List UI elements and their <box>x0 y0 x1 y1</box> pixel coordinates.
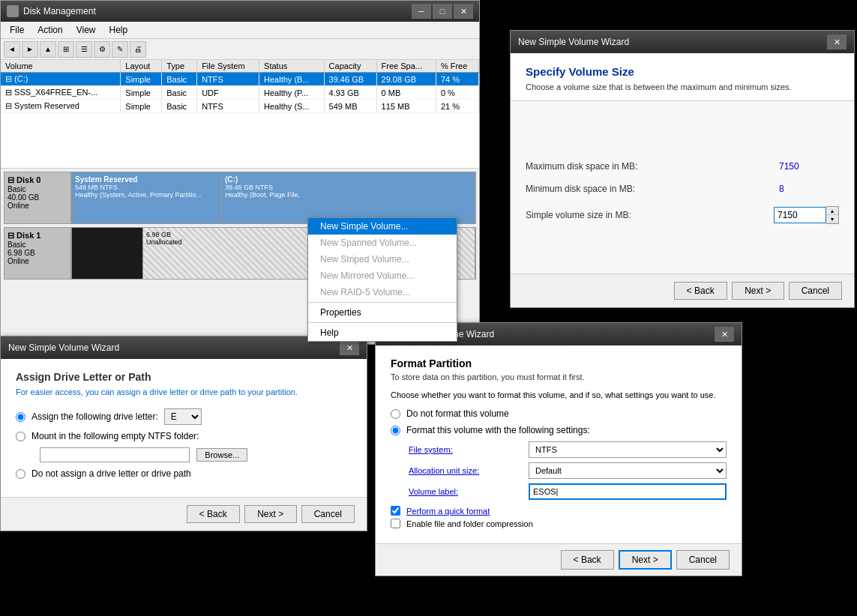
menu-action[interactable]: Action <box>31 23 68 37</box>
wizard-drive-close-button[interactable]: ✕ <box>340 340 359 355</box>
wizard-volume-back-button[interactable]: < Back <box>674 282 727 300</box>
disk1-black-partition <box>72 228 143 279</box>
wizard-drive-cancel-button[interactable]: Cancel <box>301 505 355 523</box>
wizard-volume-header: Specify Volume Size Choose a volume size… <box>511 53 854 101</box>
radio-no-assign[interactable] <box>16 469 25 479</box>
wizard-format-footer: < Back Next > Cancel <box>376 543 742 576</box>
table-row[interactable]: ⊟ (C:) Simple Basic NTFS Healthy (B... 3… <box>1 73 479 86</box>
radio-no-format[interactable] <box>391 409 400 419</box>
toolbar-btn5[interactable]: 🖨 <box>130 41 146 58</box>
menu-help[interactable]: Help <box>103 23 134 37</box>
cell-status: Healthy (P... <box>259 86 325 100</box>
ctx-new-mirrored-volume: New Mirrored Volume... <box>308 268 457 284</box>
wizard-format-back-button[interactable]: < Back <box>561 550 614 570</box>
toolbar-btn1[interactable]: ⊞ <box>58 41 74 58</box>
cell-fs: NTFS <box>197 100 259 113</box>
compression-row: Enable file and folder compression <box>391 519 727 528</box>
wizard-drive-letter: New Simple Volume Wizard ✕ Assign Drive … <box>0 336 367 531</box>
browse-button[interactable]: Browse... <box>196 448 247 462</box>
min-space-label: Minimum disk space in MB: <box>526 184 779 194</box>
spin-buttons: ▲ ▼ <box>826 206 839 224</box>
volume-table: Volume Layout Type File System Status Ca… <box>1 60 479 113</box>
volume-size-input[interactable] <box>774 207 826 223</box>
radio-ntfs-folder[interactable] <box>16 432 25 441</box>
col-layout: Layout <box>121 60 162 73</box>
radio-no-format-row: Do not format this volume <box>391 408 727 419</box>
quick-format-checkbox[interactable] <box>391 506 400 516</box>
wizard-volume-title: New Simple Volume Wizard <box>518 37 629 47</box>
max-space-label: Maximum disk space in MB: <box>526 161 779 172</box>
radio-ntfs-row: Mount in the following empty NTFS folder… <box>16 431 352 441</box>
wizard-volume-cancel-button[interactable]: Cancel <box>789 282 842 300</box>
disk-mgmt-icon <box>7 5 19 17</box>
cell-layout: Simple <box>121 73 162 86</box>
cell-volume: ⊟ (C:) <box>1 73 121 86</box>
ctx-help[interactable]: Help <box>308 324 457 341</box>
context-menu: New Simple Volume... New Spanned Volume.… <box>307 217 457 342</box>
disk0-label: ⊟ Disk 0 Basic 40.00 GB Online <box>4 172 71 224</box>
menu-view[interactable]: View <box>70 23 102 37</box>
spin-up-button[interactable]: ▲ <box>826 207 838 215</box>
menu-file[interactable]: File <box>4 23 30 37</box>
wizard-format-close-button[interactable]: ✕ <box>715 327 734 342</box>
table-row[interactable]: ⊟ System Reserved Simple Basic NTFS Heal… <box>1 100 479 113</box>
ctx-new-raid5-volume: New RAID-5 Volume... <box>308 284 457 301</box>
radio-no-assign-row: Do not assign a drive letter or drive pa… <box>16 468 352 479</box>
close-button[interactable]: ✕ <box>454 4 473 19</box>
format-main-subtitle: To store data on this partition, you mus… <box>391 372 727 381</box>
volume-label-input[interactable] <box>529 483 727 500</box>
ctx-separator2 <box>308 322 457 323</box>
radio-format-volume[interactable] <box>391 426 400 435</box>
wizard-drive-subtitle: For easier access, you can assign a driv… <box>16 387 352 396</box>
ctx-new-spanned-volume: New Spanned Volume... <box>308 235 457 251</box>
cell-type: Basic <box>162 100 197 113</box>
toolbar-btn3[interactable]: ⚙ <box>94 41 110 58</box>
volume-size-spinner: ▲ ▼ <box>774 206 839 224</box>
minimize-button[interactable]: ─ <box>412 4 431 19</box>
table-row[interactable]: ⊟ SSS_X64FREE_EN-... Simple Basic UDF He… <box>1 86 479 100</box>
cell-capacity: 549 MB <box>324 100 376 113</box>
cell-type: Basic <box>162 86 197 100</box>
compression-checkbox[interactable] <box>391 519 400 528</box>
filesystem-select[interactable]: NTFS FAT32 exFAT <box>529 441 727 458</box>
wizard-volume-close-button[interactable]: ✕ <box>827 34 847 49</box>
disk0-system-partition[interactable]: System Reserved 549 MB NTFS Healthy (Sys… <box>72 172 222 223</box>
ctx-properties[interactable]: Properties <box>308 304 457 321</box>
wizard-drive-next-button[interactable]: Next > <box>244 505 297 523</box>
radio-assign-letter[interactable] <box>16 412 25 422</box>
maximize-button[interactable]: □ <box>433 4 452 19</box>
ntfs-folder-input[interactable] <box>40 447 190 462</box>
cell-pctfree: 21 % <box>436 100 478 113</box>
toolbar-up[interactable]: ▲ <box>40 41 56 58</box>
toolbar-back[interactable]: ◄ <box>4 41 20 58</box>
alloc-select[interactable]: Default 512 1024 2048 4096 <box>529 462 727 479</box>
radio-assign-letter-row: Assign the following drive letter: E F G… <box>16 408 352 425</box>
max-space-row: Maximum disk space in MB: 7150 <box>526 161 839 172</box>
wizard-drive-back-button[interactable]: < Back <box>187 505 240 523</box>
wizard-volume-header-subtitle: Choose a volume size that is between the… <box>526 82 839 91</box>
toolbar-btn4[interactable]: ✎ <box>112 41 128 58</box>
wizard-format-partition: New Simple Volume Wizard ✕ Format Partit… <box>375 322 742 576</box>
toolbar-btn2[interactable]: ☰ <box>76 41 92 58</box>
wizard-format-next-button[interactable]: Next > <box>619 550 672 570</box>
toolbar-forward[interactable]: ► <box>22 41 38 58</box>
wizard-volume-body: Maximum disk space in MB: 7150 Minimum d… <box>511 101 854 274</box>
disk-mgmt-title: Disk Management <box>23 6 96 16</box>
alloc-label: Allocation unit size: <box>409 466 529 475</box>
cell-free: 29.08 GB <box>376 73 436 86</box>
wizard-drive-body: Assign Drive Letter or Path For easier a… <box>1 359 367 497</box>
col-filesystem: File System <box>197 60 259 73</box>
volume-size-row: Simple volume size in MB: ▲ ▼ <box>526 206 839 224</box>
volume-label-row: Volume label: <box>409 483 727 500</box>
disk1-label: ⊟ Disk 1 Basic 6.98 GB Online <box>4 227 71 280</box>
drive-letter-select[interactable]: E F G H <box>164 408 202 425</box>
disk0-c-partition[interactable]: (C:) 39.46 GB NTFS Healthy (Boot, Page F… <box>222 172 475 223</box>
spin-down-button[interactable]: ▼ <box>826 215 838 223</box>
radio-format-label: Format this volume with the following se… <box>406 425 590 435</box>
wizard-volume-header-title: Specify Volume Size <box>526 65 839 78</box>
wizard-format-cancel-button[interactable]: Cancel <box>676 550 730 570</box>
ctx-new-striped-volume: New Striped Volume... <box>308 251 457 268</box>
cell-fs: UDF <box>197 86 259 100</box>
wizard-volume-next-button[interactable]: Next > <box>732 282 784 300</box>
ctx-new-simple-volume[interactable]: New Simple Volume... <box>308 218 457 235</box>
